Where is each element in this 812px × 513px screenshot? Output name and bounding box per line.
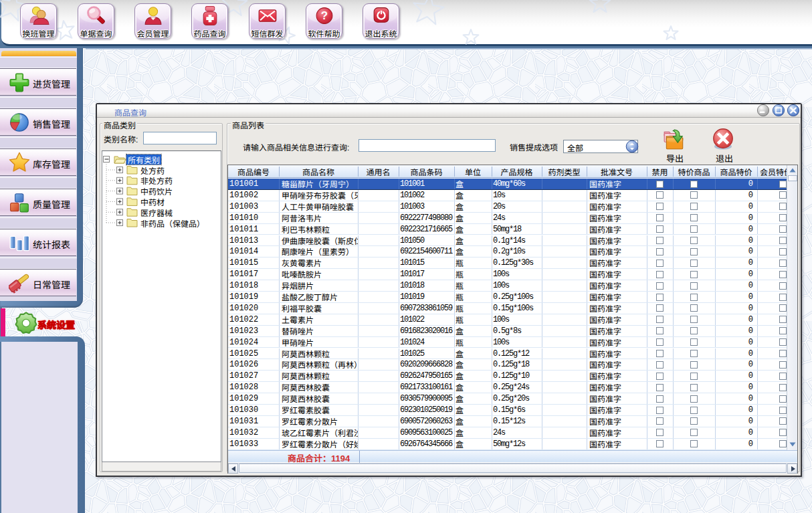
svg-text:?: ? — [321, 9, 328, 22]
